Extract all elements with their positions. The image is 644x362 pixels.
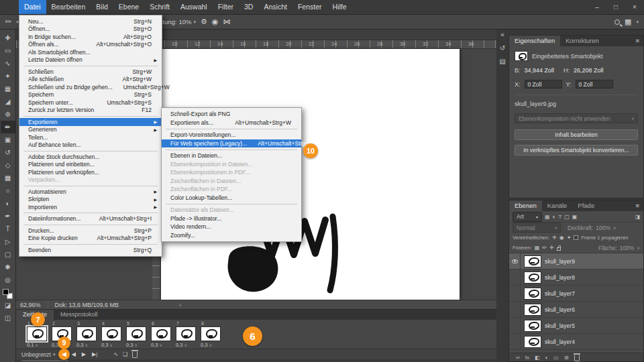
menu-item[interactable]: In Bridge suchen... Alt+Strg+O: [19, 33, 162, 41]
spot-healing-tool[interactable]: ⊕: [1, 108, 15, 121]
layer-mask-icon[interactable]: ◧: [535, 355, 540, 361]
menu-item[interactable]: Zoomify...: [162, 231, 301, 240]
visibility-toggle[interactable]: [509, 286, 521, 301]
search-icon[interactable]: [614, 19, 620, 25]
menu-item[interactable]: [23, 225, 158, 225]
menu-item[interactable]: Drucken... Strg+P: [19, 227, 162, 235]
filter-type-layers-icon[interactable]: T: [558, 214, 561, 220]
link-layers-icon[interactable]: ∞: [516, 355, 520, 361]
menubar-item[interactable]: Bild: [91, 0, 113, 14]
symmetry-icon[interactable]: ⋈: [223, 17, 230, 26]
menu-item[interactable]: Platzieren und verknüpfen...: [19, 168, 162, 176]
y-position-field[interactable]: 0 Zoll: [576, 80, 613, 88]
filter-shape-layers-icon[interactable]: ▢: [564, 214, 570, 220]
menu-item[interactable]: Video rendern...: [162, 223, 301, 231]
panel-menu-icon[interactable]: ≡: [631, 36, 643, 46]
menu-item[interactable]: Importieren ▶: [19, 203, 162, 211]
menu-item[interactable]: Zurück zur letzten Version F12: [19, 107, 162, 115]
menu-item[interactable]: [23, 116, 158, 117]
convert-to-linked-button[interactable]: In verknüpftes Smartobjekt konvertieren.…: [515, 145, 638, 156]
shape-tool[interactable]: ▢: [1, 248, 15, 261]
lock-all-icon[interactable]: [557, 247, 561, 251]
menu-item[interactable]: Color Lookup-Tabellen...: [162, 194, 301, 202]
x-position-field[interactable]: 0 Zoll: [525, 80, 562, 88]
timeline-tab[interactable]: Messprotokoll: [54, 310, 105, 320]
menu-item[interactable]: Ebenenkomposition in Dateien...: [162, 160, 301, 169]
panel-tab[interactable]: Kanäle: [542, 200, 573, 211]
filter-smart-objects-icon[interactable]: ▣: [572, 214, 578, 220]
frame-duration[interactable]: 0,3 ∨: [76, 341, 99, 349]
delete-layer-icon[interactable]: [574, 355, 580, 361]
layer-thumbnail[interactable]: [524, 255, 541, 267]
animation-frame[interactable]: 4 0,3 ∨: [101, 321, 124, 349]
menu-item[interactable]: Letzte Dateien öffnen ▶: [19, 56, 162, 64]
play-button[interactable]: ▶: [82, 351, 86, 357]
pen-tool[interactable]: ✒: [1, 210, 15, 223]
blur-tool[interactable]: ○: [1, 184, 15, 197]
propagate-checkbox[interactable]: [574, 235, 578, 240]
frame-duration[interactable]: 0,3 ∨: [101, 341, 124, 349]
new-layer-icon[interactable]: ⊞: [564, 355, 569, 361]
unify-style-icon[interactable]: ✦: [567, 235, 572, 241]
gradient-tool[interactable]: ▩: [1, 172, 15, 184]
menu-item[interactable]: Export-Voreinstellungen...: [162, 131, 301, 139]
menu-item[interactable]: Alle schließen Alt+Strg+W: [19, 76, 162, 84]
menubar-item[interactable]: Filter: [213, 0, 239, 14]
maximize-button[interactable]: □: [606, 0, 625, 14]
unify-position-icon[interactable]: ✛: [552, 235, 557, 241]
menu-item[interactable]: Zeichenflächen in PDF...: [162, 185, 301, 194]
previous-frame-button[interactable]: ◀: [72, 351, 76, 357]
frame-thumbnail[interactable]: [201, 326, 221, 341]
menubar-item[interactable]: 3D: [239, 0, 258, 14]
animation-frame[interactable]: 7 0,3 ∨: [176, 321, 199, 349]
minimize-button[interactable]: –: [588, 0, 606, 14]
panel-menu-icon[interactable]: ≡: [631, 200, 643, 211]
path-selection-tool[interactable]: ▷: [1, 235, 15, 248]
menu-item[interactable]: Skripten ▶: [19, 196, 162, 204]
zoom-tool[interactable]: ◎: [1, 274, 15, 286]
lasso-tool[interactable]: ∿: [1, 57, 15, 70]
panel-tab[interactable]: Pfade: [572, 200, 600, 211]
menu-item[interactable]: [166, 149, 297, 150]
menu-item[interactable]: Zeichenflächen in Dateien...: [162, 177, 301, 186]
edit-contents-button[interactable]: Inhalt bearbeiten: [515, 129, 638, 140]
layer-thumbnail[interactable]: [524, 320, 541, 332]
zoom-level[interactable]: 62,96%: [20, 302, 41, 308]
menu-item[interactable]: Ebenenkompositionen in PDF...: [162, 168, 301, 177]
animation-frame[interactable]: 8 0,3 ∨: [201, 321, 223, 349]
type-tool[interactable]: T: [1, 223, 15, 235]
layer-effects-icon[interactable]: fx: [525, 355, 529, 361]
frame-thumbnail[interactable]: [101, 326, 121, 341]
unify-visibility-icon[interactable]: ◉: [559, 235, 564, 241]
adjustment-layer-icon[interactable]: ◐: [545, 355, 549, 361]
foreground-color-swatch[interactable]: [3, 289, 9, 295]
menubar-item[interactable]: Ansicht: [258, 0, 292, 14]
frame-duration[interactable]: 0,3 ∨: [176, 341, 199, 349]
menubar-item[interactable]: Hilfe: [327, 0, 352, 14]
menu-item[interactable]: Speichern Strg+S: [19, 91, 162, 99]
frame-duration[interactable]: 0,3 ∨: [126, 341, 149, 349]
frame-duration[interactable]: 0,1 ∨: [27, 341, 50, 349]
frame-duration[interactable]: 0,3 ∨: [201, 341, 223, 349]
scrollbar-thumb[interactable]: [21, 360, 68, 361]
menu-item[interactable]: Schließen und zu Bridge gehen... Umschal…: [19, 83, 162, 91]
menu-item[interactable]: Als Smartobjekt öffnen...: [19, 48, 162, 56]
layer-thumbnail[interactable]: [524, 336, 541, 348]
menu-item[interactable]: Speichern unter... Umschalt+Strg+S: [19, 99, 162, 107]
panel-tab[interactable]: Ebenen: [509, 200, 542, 211]
collapse-panels-icon[interactable]: «: [500, 31, 504, 38]
workspace-icon[interactable]: ▦: [625, 17, 631, 26]
quick-selection-tool[interactable]: ✦: [1, 70, 15, 82]
layer-thumbnail[interactable]: [524, 304, 541, 316]
menu-item[interactable]: Teilen...: [19, 133, 162, 141]
menu-item[interactable]: Adobe Stock durchsuchen...: [19, 153, 162, 161]
layer-row[interactable]: skull_layer9: [509, 253, 643, 269]
frame-thumbnail[interactable]: [151, 326, 171, 341]
filter-type-select[interactable]: Art ▾: [513, 212, 542, 222]
lock-position-icon[interactable]: ✛: [549, 245, 554, 251]
menubar-item[interactable]: Fenster: [292, 0, 327, 14]
lock-pixels-icon[interactable]: ✏: [542, 245, 547, 251]
menu-item[interactable]: Neu... Strg+N: [19, 17, 162, 25]
menu-item[interactable]: Automatisieren ▶: [19, 188, 162, 196]
menu-item[interactable]: [23, 66, 158, 66]
